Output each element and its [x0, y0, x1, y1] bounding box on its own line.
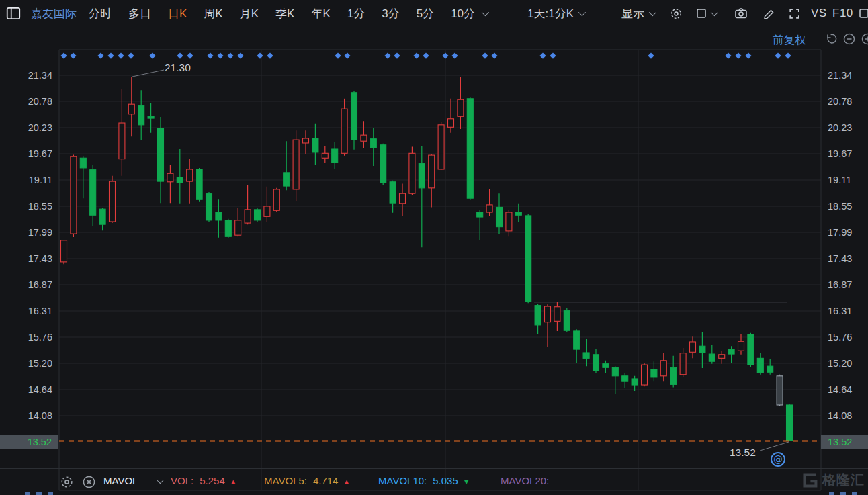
event-diamond-icon	[335, 53, 341, 59]
candle	[554, 307, 560, 322]
tab-月K[interactable]: 月K	[240, 6, 259, 21]
candle	[535, 306, 541, 325]
zoom-out-icon[interactable]	[842, 32, 857, 49]
candle	[225, 220, 231, 236]
f10-button[interactable]: F10	[832, 0, 853, 27]
chevron-down-icon[interactable]	[482, 9, 489, 16]
candle	[332, 149, 338, 163]
price-tick-label: 18.55	[0, 201, 52, 212]
zoom-in-icon[interactable]	[860, 32, 868, 49]
tab-1分[interactable]: 1分	[347, 6, 365, 21]
price-tick-label: 16.31	[828, 306, 852, 316]
price-tick-label: 19.11	[828, 175, 851, 185]
event-diamond-icon	[491, 53, 497, 59]
price-tick-label: 15.76	[828, 332, 852, 343]
price-tick-label: 15.76	[0, 332, 52, 343]
indicator-settings-icon[interactable]	[59, 474, 75, 492]
vs-button[interactable]: VS	[811, 0, 827, 27]
gridlines	[59, 50, 821, 490]
tab-年K[interactable]: 年K	[311, 6, 330, 21]
event-diamond-icon	[539, 53, 546, 59]
event-diamond-icon	[451, 53, 458, 59]
volume-indicator-bar: MAVOL VOL:5.254▲MAVOL5:4.714▲MAVOL10:5.0…	[0, 468, 868, 495]
fullscreen-icon[interactable]	[787, 0, 801, 27]
price-tick-label: 14.64	[828, 384, 852, 395]
price-tick-label: 21.34	[0, 70, 52, 81]
candle	[458, 99, 464, 116]
candle	[690, 342, 696, 352]
panel-icon[interactable]	[857, 0, 868, 27]
price-tick-label: 15.20	[828, 358, 852, 369]
candle	[99, 209, 105, 224]
event-diamond-icon	[237, 53, 243, 59]
settings-icon[interactable]	[669, 0, 683, 27]
stock-chart-app: { "toolbar": { "title": "嘉友国际", "tabs": …	[0, 0, 868, 495]
camera-icon[interactable]	[734, 0, 748, 27]
candle	[351, 93, 357, 140]
indicator-name[interactable]: MAVOL	[103, 475, 138, 486]
candle	[583, 353, 589, 358]
candle	[196, 169, 202, 199]
event-markers[interactable]	[60, 53, 791, 59]
chevron-down-icon[interactable]	[157, 476, 164, 484]
tab-10分[interactable]: 10分	[451, 6, 475, 21]
event-diamond-icon	[207, 53, 213, 59]
candle	[245, 210, 251, 223]
close-indicator-icon[interactable]	[81, 474, 97, 492]
price-tick-label: 16.87	[828, 279, 852, 290]
price-tick-label: 16.31	[0, 306, 52, 316]
tab-分时[interactable]: 分时	[89, 6, 112, 21]
candle	[158, 128, 164, 181]
candle	[438, 125, 444, 169]
candle	[525, 216, 531, 302]
chart-style-icon[interactable]	[695, 0, 716, 27]
candle	[264, 206, 270, 216]
tab-周K[interactable]: 周K	[204, 6, 222, 21]
event-diamond-icon	[128, 53, 134, 59]
tab-季K[interactable]: 季K	[275, 6, 294, 21]
candle	[90, 170, 96, 216]
tab-3分[interactable]: 3分	[382, 6, 399, 21]
tab-日K[interactable]: 日K	[168, 6, 187, 21]
stock-title[interactable]: 嘉友国际	[31, 6, 77, 21]
tab-多日[interactable]: 多日	[128, 6, 151, 21]
tab-5分[interactable]: 5分	[417, 6, 434, 21]
candle	[138, 105, 144, 125]
candle	[545, 306, 551, 322]
candle	[593, 355, 599, 371]
event-diamond-icon	[413, 53, 419, 59]
display-dropdown[interactable]: 显示	[621, 0, 654, 27]
event-diamond-icon	[118, 53, 124, 59]
interval-selector[interactable]: 1天:1分K	[527, 0, 584, 27]
pencil-icon[interactable]	[762, 0, 776, 27]
period-tabs: 分时多日日K周K月K季K年K1分3分5分10分	[89, 6, 475, 21]
candle	[477, 212, 483, 217]
candle	[612, 367, 618, 376]
chevron-down-icon	[649, 9, 656, 16]
candle	[660, 361, 666, 376]
candlestick-chart[interactable]: 21.3013.52@	[0, 0, 868, 495]
event-diamond-icon	[384, 53, 390, 59]
event-diamond-icon	[60, 53, 67, 59]
undo-icon[interactable]	[824, 32, 838, 49]
candle	[110, 181, 116, 222]
candle	[419, 164, 425, 188]
chevron-down-icon	[578, 9, 586, 16]
candle	[496, 207, 503, 226]
chevron-down-icon	[711, 9, 718, 16]
event-diamond-icon	[550, 53, 556, 59]
last-price-label-right: 13.52	[821, 435, 868, 449]
candle	[187, 169, 193, 181]
candle	[699, 346, 705, 353]
candle	[574, 331, 580, 349]
candle	[506, 212, 512, 231]
candle	[787, 405, 793, 441]
at-marker-icon[interactable]: @	[771, 453, 785, 466]
event-diamond-icon	[187, 53, 193, 59]
svg-text:@: @	[773, 454, 783, 465]
candle	[177, 177, 183, 183]
candle	[80, 158, 86, 168]
window-layout-icon[interactable]	[5, 5, 21, 21]
indicator-value-MAVOL5: MAVOL5:4.714▲	[264, 475, 350, 486]
price-adjustment-selector[interactable]: 前复权	[773, 33, 806, 48]
